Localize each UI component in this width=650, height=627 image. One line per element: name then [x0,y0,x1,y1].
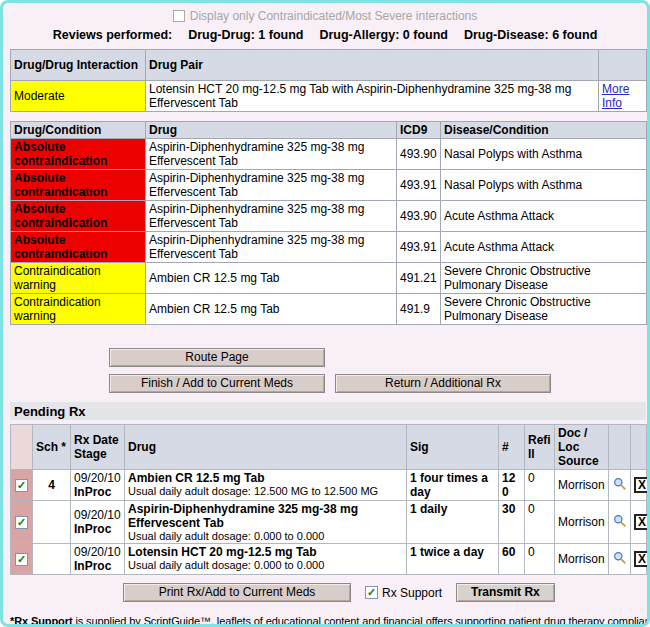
icd9-cell: 493.91 [397,232,441,263]
header-drug-pair: Drug Pair [146,50,599,81]
footnote-text: is supplied by ScriptGuide™, leaflets of… [72,615,650,627]
print-rx-button[interactable]: Print Rx/Add to Current Meds [123,583,351,602]
more-info-cell: More Info [599,81,647,112]
header-drug-drug-interaction: Drug/Drug Interaction [11,50,146,81]
rx-date-stage-cell: 09/20/10 InProc [71,501,125,544]
detail-cell [609,470,631,501]
table-row: Absolute contraindication Aspirin-Diphen… [11,201,647,232]
magnifier-icon[interactable] [613,516,626,530]
sch-cell: 4 [33,470,71,501]
reviews-drug-disease: Drug-Disease: 6 found [464,28,597,42]
header-empty [599,50,647,81]
header-doc-loc-source: Doc / Loc Source [555,425,609,470]
rx-date-stage-cell: 09/20/10 InProc [71,470,125,501]
doc-cell: Morrison [555,501,609,544]
header-sch: Sch * [33,425,71,470]
rx-date: 09/20/10 [74,508,121,522]
return-additional-rx-button[interactable]: Return / Additional Rx [335,374,551,393]
rx-date: 09/20/10 [74,471,121,485]
reviews-drug-allergy: Drug-Allergy: 0 found [319,28,447,42]
refill-cell: 0 [525,470,555,501]
header-drug-condition: Drug/Condition [11,122,146,139]
dosage-note: Usual daily adult dosage: 12.500 MG to 1… [128,485,403,497]
drug-pair-cell: Lotensin HCT 20 mg-12.5 mg Tab with Aspi… [146,81,599,112]
header-rx-date-stage: Rx Date Stage [71,425,125,470]
rx-support-checkbox[interactable]: ✓ [365,586,378,599]
delete-button[interactable]: X [634,551,650,567]
icd9-cell: 493.91 [397,170,441,201]
drug-condition-table: Drug/Condition Drug ICD9 Disease/Conditi… [10,121,647,325]
table-row: Contraindication warning Ambien CR 12.5 … [11,294,647,325]
table-header-row: Drug/Drug Interaction Drug Pair [11,50,647,81]
bottom-actions: Print Rx/Add to Current Meds ✓ Rx Suppor… [123,583,640,602]
doc-cell: Morrison [555,470,609,501]
sig-cell: 1 daily [407,501,499,544]
magnifier-icon[interactable] [613,553,626,567]
detail-cell [609,544,631,575]
more-info-link[interactable]: More Info [602,82,629,110]
sch-cell [33,544,71,575]
detail-cell [609,501,631,544]
table-row: Moderate Lotensin HCT 20 mg-12.5 mg Tab … [11,81,647,112]
route-row: Route Page [109,348,640,367]
header-delete [631,425,647,470]
rx-stage: InProc [74,485,121,499]
drug-drug-interaction-table: Drug/Drug Interaction Drug Pair Moderate… [10,49,647,112]
row-checkbox[interactable]: ✓ [15,516,28,529]
severity-cell: Contraindication warning [11,263,146,294]
table-header-row: Drug/Condition Drug ICD9 Disease/Conditi… [11,122,647,139]
rx-support-footnote: *Rx Support is supplied by ScriptGuide™,… [10,615,640,627]
severity-cell: Contraindication warning [11,294,146,325]
drug-name: Lotensin HCT 20 mg-12.5 mg Tab [128,545,403,559]
pending-rx-title: Pending Rx [10,402,646,420]
pending-rx-row: ✓ 09/20/10 InProc Lotensin HCT 20 mg-12.… [11,544,647,575]
drug-cell: Ambien CR 12.5 mg Tab Usual daily adult … [125,470,407,501]
drug-name: Ambien CR 12.5 mg Tab [128,471,403,485]
drug-name: Aspirin-Diphenhydramine 325 mg-38 mg Eff… [128,502,403,530]
delete-button[interactable]: X [634,514,650,530]
footnote-term: *Rx Support [10,615,72,627]
magnifier-icon[interactable] [613,479,626,493]
icd9-cell: 491.21 [397,263,441,294]
select-cell: ✓ [11,501,33,544]
row-checkbox[interactable]: ✓ [15,479,28,492]
qty-cell: 120 [499,470,525,501]
filter-label: Display only Contraindicated/Most Severe… [190,9,477,23]
severity-cell: Absolute contraindication [11,139,146,170]
header-qty: # [499,425,525,470]
delete-cell: X [631,501,647,544]
refill-cell: 0 [525,544,555,575]
drug-cell: Aspirin-Diphenhydramine 325 mg-38 mg Eff… [146,232,397,263]
drug-cell: Ambien CR 12.5 mg Tab [146,263,397,294]
severity-cell: Moderate [11,81,146,112]
delete-cell: X [631,544,647,575]
header-drug: Drug [146,122,397,139]
filter-checkbox[interactable] [173,10,185,22]
drug-cell: Aspirin-Diphenhydramine 325 mg-38 mg Eff… [146,139,397,170]
rx-stage: InProc [74,559,121,573]
header-icd9: ICD9 [397,122,441,139]
dosage-note: Usual daily adult dosage: 0.000 to 0.000 [128,530,403,542]
sig-cell: 1 four times a day [407,470,499,501]
reviews-drug-drug: Drug-Drug: 1 found [188,28,303,42]
header-select [11,425,33,470]
table-row: Absolute contraindication Aspirin-Diphen… [11,170,647,201]
pending-rx-row: ✓ 09/20/10 InProc Aspirin-Diphenhydramin… [11,501,647,544]
transmit-rx-button[interactable]: Transmit Rx [456,583,555,602]
delete-cell: X [631,470,647,501]
severity-cell: Absolute contraindication [11,232,146,263]
dosage-note: Usual daily adult dosage: 0.000 to 0.000 [128,559,403,571]
row-checkbox[interactable]: ✓ [15,553,28,566]
pending-rx-table: Sch * Rx Date Stage Drug Sig # Refill Do… [10,424,647,575]
icd9-cell: 493.90 [397,139,441,170]
refill-cell: 0 [525,501,555,544]
rx-support-control: ✓ Rx Support [365,586,442,600]
drug-cell: Aspirin-Diphenhydramine 325 mg-38 mg Eff… [146,170,397,201]
header-refill: Refill [525,425,555,470]
condition-cell: Acute Asthma Attack [441,201,647,232]
reviews-label: Reviews performed: [53,28,172,42]
route-page-button[interactable]: Route Page [109,348,325,367]
delete-button[interactable]: X [634,477,650,493]
finish-add-button[interactable]: Finish / Add to Current Meds [109,374,325,393]
icd9-cell: 493.90 [397,201,441,232]
